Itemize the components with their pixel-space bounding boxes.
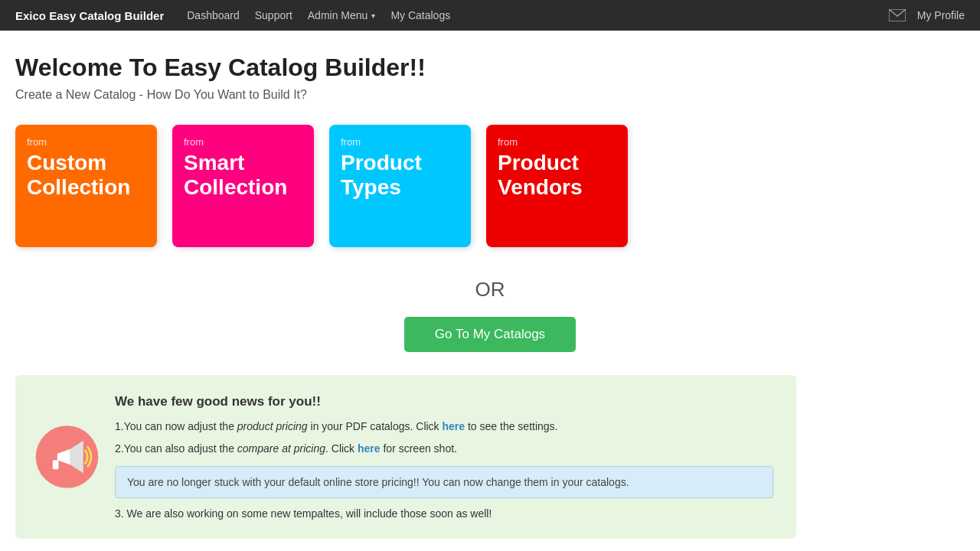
news-box: We have few good news for you!! 1.You ca… — [15, 375, 796, 539]
news-item-2: 2.You can also adjust the compare at pri… — [115, 441, 773, 457]
card-product-types[interactable]: from ProductTypes — [329, 125, 471, 247]
mail-icon[interactable] — [889, 9, 906, 21]
or-text: OR — [475, 278, 505, 301]
admin-menu-caret: ▾ — [371, 11, 375, 20]
news-item2-italic: compare at pricing — [237, 442, 325, 455]
main-content: Welcome To Easy Catalog Builder!! Create… — [0, 31, 980, 551]
card-custom-collection[interactable]: from CustomCollection — [15, 125, 157, 247]
news-item-3: 3. We are also working on some new tempa… — [115, 507, 773, 520]
nav-right: My Profile — [889, 9, 965, 21]
page-title: Welcome To Easy Catalog Builder!! — [15, 54, 965, 82]
card-smart-collection-title: SmartCollection — [184, 151, 302, 200]
navbar-brand: Exico Easy Catalog Builder — [15, 9, 164, 22]
nav-my-catalogs[interactable]: My Catalogs — [390, 9, 450, 21]
news-item1-prefix: 1.You can now adjust the — [115, 420, 237, 432]
news-item1-italic: product pricing — [237, 420, 308, 432]
nav-profile[interactable]: My Profile — [917, 9, 965, 21]
card-smart-collection[interactable]: from SmartCollection — [172, 125, 314, 247]
nav-links: Dashboard Support Admin Menu ▾ My Catalo… — [187, 9, 889, 21]
news-item1-suffix: to see the settings. — [465, 420, 557, 432]
navbar: Exico Easy Catalog Builder Dashboard Sup… — [0, 0, 980, 31]
nav-admin-label: Admin Menu — [308, 9, 368, 21]
news-item2-prefix: 2.You can also adjust the — [115, 442, 237, 455]
nav-dashboard[interactable]: Dashboard — [187, 9, 240, 21]
news-item2-mid: . Click — [325, 442, 358, 455]
news-item2-suffix: for screen shot. — [381, 442, 457, 455]
card-product-vendors[interactable]: from ProductVendors — [486, 125, 628, 247]
news-item1-link[interactable]: here — [443, 420, 466, 432]
news-item-1: 1.You can now adjust the product pricing… — [115, 419, 773, 435]
news-content: We have few good news for you!! 1.You ca… — [115, 394, 773, 520]
megaphone-icon — [34, 425, 100, 490]
nav-admin-menu[interactable]: Admin Menu ▾ — [308, 9, 376, 21]
news-item1-mid: in your PDF catalogs. Click — [308, 420, 443, 432]
cards-row: from CustomCollection from SmartCollecti… — [15, 125, 965, 247]
card-smart-collection-from: from — [184, 136, 302, 148]
card-product-vendors-from: from — [498, 136, 616, 148]
news-highlight-box: You are no longer stuck with your defaul… — [115, 466, 773, 498]
news-item2-link[interactable]: here — [358, 442, 381, 455]
page-subtitle: Create a New Catalog - How Do You Want t… — [15, 88, 965, 102]
card-custom-collection-from: from — [27, 136, 145, 148]
news-title: We have few good news for you!! — [115, 394, 773, 409]
card-product-types-title: ProductTypes — [341, 151, 459, 200]
svg-rect-4 — [53, 460, 59, 469]
card-product-types-from: from — [341, 136, 459, 148]
card-custom-collection-title: CustomCollection — [27, 151, 145, 200]
news-highlight-text: You are no longer stuck with your defaul… — [127, 476, 629, 488]
card-product-vendors-title: ProductVendors — [498, 151, 616, 200]
or-section: OR — [15, 278, 965, 302]
btn-catalogs-wrap: Go To My Catalogs — [15, 317, 965, 352]
nav-support[interactable]: Support — [255, 9, 292, 21]
go-to-catalogs-button[interactable]: Go To My Catalogs — [404, 317, 576, 352]
